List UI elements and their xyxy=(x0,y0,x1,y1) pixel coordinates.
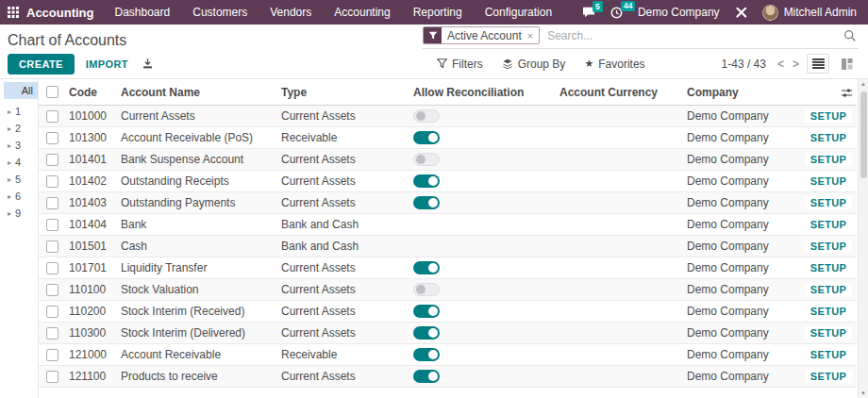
setup-button[interactable]: SETUP xyxy=(805,109,853,123)
sidebar-group-item[interactable]: ▸ 2 xyxy=(0,120,38,137)
filters-button[interactable]: Filters xyxy=(437,58,483,71)
row-checkbox[interactable] xyxy=(46,110,58,123)
import-button[interactable]: IMPORT xyxy=(86,58,128,70)
sidebar-group-item[interactable]: ▸ 4 xyxy=(0,154,38,171)
reconcile-toggle[interactable] xyxy=(413,370,440,383)
menu-item-reporting[interactable]: Reporting xyxy=(413,6,462,19)
menu-item-dashboard[interactable]: Dashboard xyxy=(115,6,171,19)
optional-columns-button[interactable] xyxy=(796,85,857,98)
sidebar-groups: ▸ 1 ▸ 2 ▸ 3 ▸ 4 ▸ 5 ▸ 6 ▸ 9 xyxy=(0,103,38,222)
setup-button[interactable]: SETUP xyxy=(805,153,853,166)
row-checkbox[interactable] xyxy=(46,284,58,296)
scrollbar-thumb[interactable] xyxy=(860,91,867,178)
row-checkbox[interactable] xyxy=(46,132,58,144)
table-row[interactable]: 101403 Outstanding Payments Current Asse… xyxy=(39,192,857,214)
kanban-view-button[interactable] xyxy=(836,54,859,74)
sidebar-group-item[interactable]: ▸ 3 xyxy=(0,137,38,154)
setup-button[interactable]: SETUP xyxy=(805,305,853,318)
sidebar-group-item[interactable]: ▸ 1 xyxy=(0,103,38,120)
row-checkbox[interactable] xyxy=(46,240,58,253)
sidebar-group-item[interactable]: ▸ 5 xyxy=(0,171,38,188)
group-by-button[interactable]: Group By xyxy=(502,58,566,71)
reconcile-toggle[interactable] xyxy=(413,109,440,123)
setup-button[interactable]: SETUP xyxy=(805,348,853,361)
setup-button[interactable]: SETUP xyxy=(805,283,853,296)
search-input[interactable]: Search... xyxy=(547,29,836,42)
table-row[interactable]: 121100 Products to receive Current Asset… xyxy=(39,366,857,388)
select-all-checkbox[interactable] xyxy=(46,86,58,98)
sidebar-group-item[interactable]: ▸ 9 xyxy=(0,205,38,222)
setup-button[interactable]: SETUP xyxy=(805,240,853,253)
row-checkbox[interactable] xyxy=(46,262,58,274)
col-header-code[interactable]: Code xyxy=(65,86,117,99)
pager-next-button[interactable]: > xyxy=(792,58,800,71)
row-checkbox[interactable] xyxy=(46,154,58,166)
reconcile-toggle[interactable] xyxy=(413,196,440,209)
menu-item-customers[interactable]: Customers xyxy=(192,6,247,19)
row-checkbox[interactable] xyxy=(46,327,58,340)
setup-button[interactable]: SETUP xyxy=(805,196,853,209)
reconcile-toggle[interactable] xyxy=(413,174,440,188)
facet-remove-icon[interactable]: × xyxy=(527,30,533,41)
table-row[interactable]: 101401 Bank Suspense Account Current Ass… xyxy=(39,149,857,171)
row-checkbox[interactable] xyxy=(46,175,58,188)
row-checkbox[interactable] xyxy=(46,219,58,231)
col-header-company[interactable]: Company xyxy=(683,86,796,99)
create-button[interactable]: CREATE xyxy=(8,54,75,75)
col-header-account-currency[interactable]: Account Currency xyxy=(556,86,683,99)
setup-button[interactable]: SETUP xyxy=(805,218,853,231)
row-checkbox[interactable] xyxy=(46,197,58,209)
row-checkbox[interactable] xyxy=(46,306,58,318)
apps-menu-icon[interactable] xyxy=(8,7,19,18)
col-header-allow-reconciliation[interactable]: Allow Reconciliation xyxy=(409,86,556,99)
table-row[interactable]: 110300 Stock Interim (Delivered) Current… xyxy=(39,323,857,344)
company-switcher[interactable]: Demo Company xyxy=(638,6,720,19)
menu-item-configuration[interactable]: Configuration xyxy=(485,6,552,19)
sidebar-group-item[interactable]: ▸ 6 xyxy=(0,188,38,205)
table-row[interactable]: 101501 Cash Bank and Cash Demo Company S… xyxy=(39,236,857,257)
setup-button[interactable]: SETUP xyxy=(805,174,853,188)
table-row[interactable]: 110100 Stock Valuation Current Assets De… xyxy=(39,279,857,301)
export-download-icon[interactable] xyxy=(142,58,154,70)
cell-type: Current Assets xyxy=(277,283,409,296)
setup-button[interactable]: SETUP xyxy=(805,261,853,274)
table-row[interactable]: 101701 Liquidity Transfer Current Assets… xyxy=(39,257,857,279)
setup-button[interactable]: SETUP xyxy=(805,326,853,340)
row-checkbox[interactable] xyxy=(46,371,58,383)
debug-tools-button[interactable] xyxy=(735,7,747,19)
search-icon[interactable] xyxy=(843,29,857,42)
search-bar[interactable]: Active Account × Search... xyxy=(423,26,859,49)
reconcile-toggle[interactable] xyxy=(413,348,440,361)
reconcile-toggle[interactable] xyxy=(413,305,440,318)
reconcile-toggle[interactable] xyxy=(413,283,440,296)
favorites-button[interactable]: ★ Favorites xyxy=(584,58,644,71)
table-row[interactable]: 101000 Current Assets Current Assets Dem… xyxy=(39,106,857,127)
scroll-down-icon[interactable]: ▼ xyxy=(859,390,868,396)
table-row[interactable]: 101300 Account Receivable (PoS) Receivab… xyxy=(39,127,857,149)
setup-button[interactable]: SETUP xyxy=(805,131,853,144)
cell-allow-reconciliation xyxy=(409,218,556,232)
reconcile-toggle[interactable] xyxy=(413,326,440,340)
pager-prev-button[interactable]: < xyxy=(776,58,785,71)
table-row[interactable]: 101404 Bank Bank and Cash Demo Company S… xyxy=(39,214,857,236)
setup-button[interactable]: SETUP xyxy=(805,370,853,383)
reconcile-toggle[interactable] xyxy=(413,131,440,144)
sidebar-item-all[interactable]: All xyxy=(4,82,38,99)
col-header-type[interactable]: Type xyxy=(277,86,409,99)
vertical-scrollbar[interactable]: ▲ ▼ xyxy=(858,79,868,398)
table-row[interactable]: 101402 Outstanding Receipts Current Asse… xyxy=(39,171,857,192)
menu-item-vendors[interactable]: Vendors xyxy=(270,6,311,19)
activities-button[interactable]: 44 xyxy=(610,7,623,19)
table-row[interactable]: 110200 Stock Interim (Received) Current … xyxy=(39,301,857,323)
list-view-button[interactable] xyxy=(807,54,829,74)
scroll-up-icon[interactable]: ▲ xyxy=(859,81,868,87)
menu-item-accounting[interactable]: Accounting xyxy=(334,6,390,19)
reconcile-toggle[interactable] xyxy=(413,153,440,166)
row-checkbox[interactable] xyxy=(46,349,58,361)
user-menu[interactable]: Mitchell Admin xyxy=(762,5,857,21)
app-name[interactable]: Accounting xyxy=(26,6,94,20)
table-row[interactable]: 121000 Account Receivable Receivable Dem… xyxy=(39,344,857,366)
reconcile-toggle[interactable] xyxy=(413,261,440,274)
messages-button[interactable]: 5 xyxy=(582,7,595,18)
col-header-account-name[interactable]: Account Name xyxy=(117,86,277,99)
